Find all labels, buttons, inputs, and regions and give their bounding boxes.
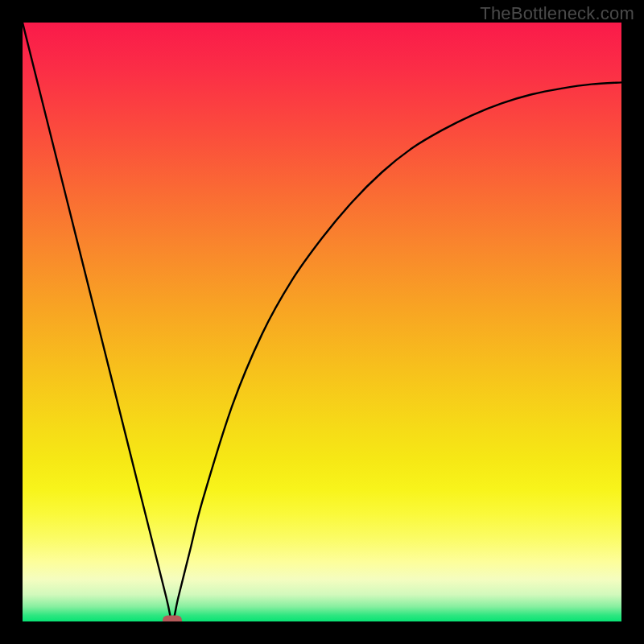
watermark-text: TheBottleneck.com [480, 3, 634, 24]
minimum-marker [163, 616, 182, 622]
chart-svg [23, 23, 621, 621]
plot-area [23, 23, 621, 621]
chart-container: TheBottleneck.com [0, 0, 644, 644]
chart-background [23, 23, 621, 621]
